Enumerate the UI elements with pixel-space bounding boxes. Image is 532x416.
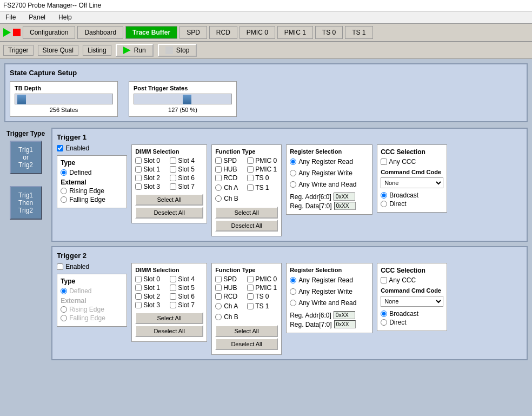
trigger2-anyccc-checkbox[interactable] bbox=[381, 277, 387, 283]
trigger2-reg-read-radio[interactable] bbox=[290, 277, 296, 283]
trigger2-enabled-checkbox[interactable] bbox=[57, 263, 63, 270]
menu-help[interactable]: Help bbox=[55, 12, 75, 22]
trigger2-reg-data-input[interactable] bbox=[334, 320, 356, 328]
trigger2-cmdcode-select[interactable]: None bbox=[381, 296, 443, 307]
trigger1-slot3-checkbox[interactable] bbox=[135, 183, 142, 190]
trigger1-register-title: Register Selection bbox=[290, 148, 369, 155]
trigger1-func-deselectall-button[interactable]: Deselect All bbox=[215, 220, 278, 232]
trigger1-anyccc-checkbox[interactable] bbox=[381, 159, 387, 165]
trigger2-func-deselectall-button[interactable]: Deselect All bbox=[215, 338, 278, 350]
trigger1-enabled-checkbox[interactable] bbox=[57, 145, 63, 151]
trigger1-rising-radio[interactable] bbox=[61, 188, 67, 194]
trig1-then-trig2-button[interactable]: Trig1 Then Trig2 bbox=[10, 186, 42, 220]
trigger1-reg-read-radio[interactable] bbox=[290, 159, 296, 165]
trigger2-external-section: External Rising Edge Falling Edge bbox=[61, 297, 123, 322]
trigger2-slot5-checkbox[interactable] bbox=[170, 285, 176, 291]
subtab-storequal[interactable]: Store Qual bbox=[38, 45, 78, 56]
trigger1-function-title: Function Type bbox=[215, 148, 278, 155]
post-trigger-track[interactable] bbox=[134, 94, 232, 104]
trigger1-reg-write-radio[interactable] bbox=[290, 170, 296, 176]
trigger1-cmdcode-select[interactable]: None bbox=[381, 177, 443, 188]
tab-ts0[interactable]: TS 0 bbox=[315, 26, 343, 39]
trigger-type-column: Trigger Type Trig1 or Trig2 Trig1 Then T… bbox=[4, 128, 47, 360]
trigger2-pmic0-checkbox[interactable] bbox=[247, 276, 254, 282]
menu-file[interactable]: File bbox=[2, 12, 19, 22]
trigger2-slot6-checkbox[interactable] bbox=[170, 293, 176, 300]
menu-panel[interactable]: Panel bbox=[25, 12, 49, 22]
trigger2-dimm-deselectall-button[interactable]: Deselect All bbox=[135, 325, 203, 337]
tab-rcd[interactable]: RCD bbox=[209, 26, 237, 39]
trigger1-ts1-checkbox[interactable] bbox=[247, 184, 254, 191]
trigger2-dimm-selectall-button[interactable]: Select All bbox=[135, 312, 203, 324]
trigger2-slot4-checkbox[interactable] bbox=[170, 276, 176, 282]
tab-pmic0[interactable]: PMIC 0 bbox=[240, 26, 275, 39]
trigger1-slot4-checkbox[interactable] bbox=[170, 157, 176, 164]
trigger1-slot1-checkbox[interactable] bbox=[135, 166, 142, 173]
trigger2-pmic1-checkbox[interactable] bbox=[247, 285, 254, 291]
trigger2-chb-radio[interactable] bbox=[215, 314, 222, 320]
trigger2-ts0-checkbox[interactable] bbox=[247, 293, 254, 300]
trigger2-hub-checkbox[interactable] bbox=[215, 285, 222, 291]
trig1-or-trig2-button[interactable]: Trig1 or Trig2 bbox=[10, 141, 42, 174]
trigger1-slot7-checkbox[interactable] bbox=[170, 183, 176, 190]
subtab-trigger[interactable]: Trigger bbox=[3, 45, 34, 56]
stop-icon[interactable] bbox=[13, 29, 21, 36]
tb-depth-track[interactable] bbox=[15, 94, 113, 104]
post-trigger-thumb[interactable] bbox=[183, 95, 191, 104]
trigger1-falling-radio[interactable] bbox=[61, 196, 67, 203]
trigger2-defined-radio[interactable] bbox=[61, 288, 67, 294]
trigger1-rcd-checkbox[interactable] bbox=[215, 175, 222, 181]
tab-ts1[interactable]: TS 1 bbox=[345, 26, 373, 39]
trigger2-rcd-checkbox[interactable] bbox=[215, 293, 222, 300]
subtab-listing[interactable]: Listing bbox=[83, 45, 111, 56]
trigger1-slot0-checkbox[interactable] bbox=[135, 157, 142, 164]
trigger1-slot5-checkbox[interactable] bbox=[170, 166, 176, 173]
trigger2-broadcast-radio[interactable] bbox=[381, 311, 387, 317]
trigger1-reg-addr-input[interactable] bbox=[334, 193, 355, 201]
trigger1-dimm-deselectall-button[interactable]: Deselect All bbox=[135, 207, 203, 219]
trigger1-slot2-checkbox[interactable] bbox=[135, 175, 142, 181]
trigger2-function-type: Function Type SPD PMIC 0 bbox=[211, 263, 282, 355]
tab-dashboard[interactable]: Dashboard bbox=[77, 26, 123, 39]
trigger1-chb-radio[interactable] bbox=[215, 195, 222, 202]
trigger1-reg-writeread-radio[interactable] bbox=[290, 181, 296, 188]
trigger2-slot3-checkbox[interactable] bbox=[135, 302, 142, 308]
tb-depth-thumb[interactable] bbox=[17, 95, 26, 104]
stop-button[interactable]: Stop bbox=[158, 44, 197, 57]
trigger1-pmic1-checkbox[interactable] bbox=[247, 166, 254, 173]
trigger1-rising-label: Rising Edge bbox=[69, 187, 104, 195]
trigger2-reg-writeread-radio[interactable] bbox=[290, 300, 296, 306]
trigger2-cha-radio[interactable] bbox=[215, 303, 222, 309]
trigger1-ts0-checkbox[interactable] bbox=[247, 175, 254, 181]
trigger1-slot6-checkbox[interactable] bbox=[170, 175, 176, 181]
content-area: Trigger Type Trig1 or Trig2 Trig1 Then T… bbox=[4, 128, 528, 360]
trigger2-slot2-checkbox[interactable] bbox=[135, 293, 142, 300]
trigger1-pmic0-checkbox[interactable] bbox=[247, 157, 254, 164]
trigger1-reg-data-input[interactable] bbox=[334, 202, 356, 210]
run-button[interactable]: Run bbox=[116, 44, 154, 57]
tab-pmic1[interactable]: PMIC 1 bbox=[277, 26, 313, 39]
trigger2-falling-radio[interactable] bbox=[61, 315, 67, 321]
trigger2-rising-radio[interactable] bbox=[61, 306, 67, 313]
trigger1-func-selectall-button[interactable]: Select All bbox=[215, 207, 278, 219]
trigger1-hub-checkbox[interactable] bbox=[215, 166, 222, 173]
trigger2-func-selectall-button[interactable]: Select All bbox=[215, 325, 278, 337]
trigger2-spd-checkbox[interactable] bbox=[215, 276, 222, 282]
tab-spd[interactable]: SPD bbox=[179, 26, 207, 39]
trigger2-reg-write-radio[interactable] bbox=[290, 288, 296, 295]
trigger1-cha-radio[interactable] bbox=[215, 184, 222, 191]
trigger1-direct-radio[interactable] bbox=[381, 201, 387, 207]
trigger2-reg-addr-input[interactable] bbox=[334, 311, 355, 319]
trigger2-slot0-checkbox[interactable] bbox=[135, 276, 142, 282]
trigger2-slot7-checkbox[interactable] bbox=[170, 302, 176, 308]
tab-trace-buffer[interactable]: Trace Buffer bbox=[125, 26, 177, 39]
trigger2-slot1-checkbox[interactable] bbox=[135, 285, 142, 291]
trigger1-broadcast-radio[interactable] bbox=[381, 192, 387, 199]
trigger1-defined-radio[interactable] bbox=[61, 169, 67, 176]
trigger2-direct-radio[interactable] bbox=[381, 319, 387, 326]
trigger1-spd-checkbox[interactable] bbox=[215, 157, 222, 164]
tab-configuration[interactable]: Configuration bbox=[23, 26, 75, 39]
trigger1-dimm-selectall-button[interactable]: Select All bbox=[135, 194, 203, 206]
trigger2-ts1-checkbox[interactable] bbox=[247, 303, 254, 309]
play-icon[interactable] bbox=[3, 28, 11, 37]
